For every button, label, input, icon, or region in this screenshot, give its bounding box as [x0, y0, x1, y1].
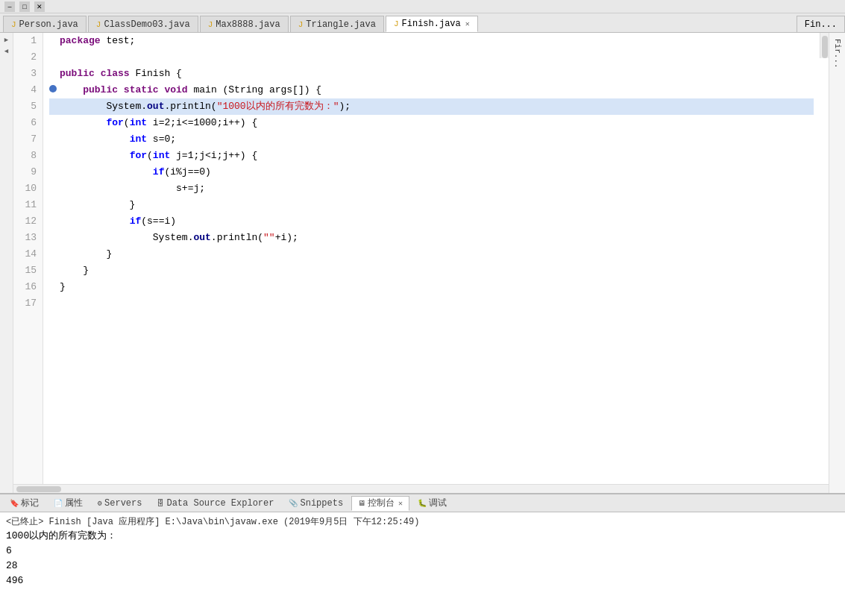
- scroll-thumb-v[interactable]: [822, 36, 828, 58]
- code-token: if: [130, 213, 142, 230]
- code-token: [60, 148, 130, 164]
- tab-classdemo[interactable]: JClassDemo03.java: [88, 16, 198, 32]
- bottom-tab-close-console[interactable]: ✕: [398, 499, 403, 508]
- code-token: for: [106, 115, 123, 131]
- line-number-17: 17: [19, 295, 37, 312]
- editor-container: 1234567891011121314151617 package test; …: [13, 33, 829, 493]
- minimize-button[interactable]: –: [4, 1, 15, 12]
- vertical-scrollbar[interactable]: [820, 33, 829, 58]
- code-line-12[interactable]: if(s==i): [49, 213, 814, 230]
- line-numbers: 1234567891011121314151617: [13, 33, 43, 484]
- tab-label-person: Person.java: [19, 19, 78, 30]
- code-token: (: [124, 115, 130, 131]
- bottom-tab-servers[interactable]: ⚙Servers: [91, 496, 148, 511]
- code-token: out: [147, 98, 164, 115]
- code-token: [118, 82, 124, 98]
- code-content[interactable]: package test; public class Finish { publ…: [43, 33, 820, 484]
- code-line-13[interactable]: System.out.println(""+i);: [49, 230, 814, 246]
- bottom-tab-debug[interactable]: 🐛调试: [411, 496, 453, 511]
- bottom-tab-label-properties: 属性: [65, 497, 83, 509]
- code-token: test;: [101, 33, 136, 49]
- code-token: Finish {: [130, 66, 182, 82]
- bottom-tab-datasource[interactable]: 🗄Data Source Explorer: [150, 496, 280, 511]
- bottom-tab-snippets[interactable]: 📎Snippets: [282, 496, 350, 511]
- code-token: main (String args[]) {: [188, 82, 321, 98]
- line-number-16: 16: [19, 279, 37, 295]
- line-number-10: 10: [19, 180, 37, 197]
- code-line-10[interactable]: s+=j;: [49, 180, 814, 197]
- line-number-9: 9: [19, 164, 37, 180]
- code-token: package: [60, 33, 101, 49]
- bottom-tab-icon-console: 🖥: [358, 499, 365, 508]
- output-line: 6: [6, 544, 839, 559]
- code-line-8[interactable]: for(int j=1;j<i;j++) {: [49, 148, 814, 164]
- code-token: for: [130, 148, 147, 164]
- close-button[interactable]: ✕: [34, 1, 45, 12]
- code-line-7[interactable]: int s=0;: [49, 131, 814, 148]
- code-token: int: [130, 115, 147, 131]
- console-status-line: <已终止> Finish [Java 应用程序] E:\Java\bin\jav…: [6, 515, 839, 529]
- tab-close-finish[interactable]: ✕: [465, 19, 470, 28]
- line-number-1: 1: [19, 33, 37, 49]
- bottom-tab-icon-datasource: 🗄: [157, 499, 164, 508]
- code-line-14[interactable]: }: [49, 246, 814, 263]
- breakpoint-marker-4: [49, 85, 57, 92]
- maximize-button[interactable]: □: [19, 1, 30, 12]
- sidebar-icon-1[interactable]: ▶: [4, 36, 8, 44]
- code-token: }: [60, 279, 66, 295]
- bottom-tab-console[interactable]: 🖥控制台✕: [351, 496, 409, 511]
- right-panel-label[interactable]: Fir...: [833, 39, 842, 69]
- code-line-4[interactable]: public static void main (String args[]) …: [49, 82, 814, 98]
- code-token: (: [147, 148, 153, 164]
- code-token: j=1;j<i;j++) {: [170, 148, 257, 164]
- code-token: out: [193, 230, 210, 246]
- code-line-2[interactable]: [49, 49, 814, 66]
- bottom-tab-icon-servers: ⚙: [98, 499, 102, 508]
- code-line-9[interactable]: if(i%j==0): [49, 164, 814, 180]
- tab-label-finish: Finish.java: [402, 19, 461, 29]
- tab-person[interactable]: JPerson.java: [3, 16, 87, 32]
- code-token: [60, 115, 106, 131]
- tab-max[interactable]: JMax8888.java: [200, 16, 289, 32]
- line-number-12: 12: [19, 213, 37, 230]
- tab-finish[interactable]: JFinish.java✕: [386, 16, 478, 32]
- code-line-11[interactable]: }: [49, 197, 814, 213]
- bottom-tab-properties[interactable]: 📄属性: [47, 496, 89, 511]
- console-output-lines: 1000以内的所有完数为：628496: [6, 529, 839, 588]
- code-token: .println(: [211, 230, 263, 246]
- sidebar-icon-2[interactable]: ◀: [4, 47, 8, 55]
- line-number-11: 11: [19, 197, 37, 213]
- tab-label-classdemo: ClassDemo03.java: [104, 19, 189, 30]
- code-token: static: [124, 82, 159, 98]
- bottom-panel: 🔖标记📄属性⚙Servers🗄Data Source Explorer📎Snip…: [0, 493, 845, 616]
- code-line-6[interactable]: for(int i=2;i<=1000;i++) {: [49, 115, 814, 131]
- code-line-15[interactable]: }: [49, 263, 814, 279]
- right-panel-tab[interactable]: Fin...: [797, 16, 845, 32]
- bottom-tab-icon-properties: 📄: [54, 499, 63, 508]
- bottom-tab-label-datasource: Data Source Explorer: [166, 498, 274, 509]
- code-line-16[interactable]: }: [49, 279, 814, 295]
- horizontal-scrollbar[interactable]: [13, 484, 829, 493]
- code-token: (i%j==0): [164, 164, 210, 180]
- line-number-14: 14: [19, 246, 37, 263]
- scroll-thumb-h[interactable]: [16, 486, 61, 492]
- code-line-5[interactable]: System.out.println("1000以内的所有完数为：");: [49, 98, 814, 115]
- tab-icon-max: J: [208, 20, 213, 29]
- code-token: System.: [60, 98, 147, 115]
- code-line-17[interactable]: [49, 295, 814, 312]
- code-token: void: [164, 82, 187, 98]
- code-token: s+=j;: [60, 180, 205, 197]
- line-number-8: 8: [19, 148, 37, 164]
- main-area: ▶ ◀ 1234567891011121314151617 package te…: [0, 33, 845, 493]
- code-token: (s==i): [141, 213, 176, 230]
- bottom-tab-bookmark[interactable]: 🔖标记: [3, 496, 45, 511]
- code-token: }: [60, 246, 112, 263]
- tab-icon-person: J: [11, 20, 16, 29]
- code-token: +i);: [275, 230, 298, 246]
- code-line-3[interactable]: public class Finish {: [49, 66, 814, 82]
- tab-triangle[interactable]: JTriangle.java: [290, 16, 384, 32]
- code-token: [60, 82, 83, 98]
- breakpoint-area-4: [49, 82, 60, 98]
- code-area[interactable]: 1234567891011121314151617 package test; …: [13, 33, 829, 484]
- code-line-1[interactable]: package test;: [49, 33, 814, 49]
